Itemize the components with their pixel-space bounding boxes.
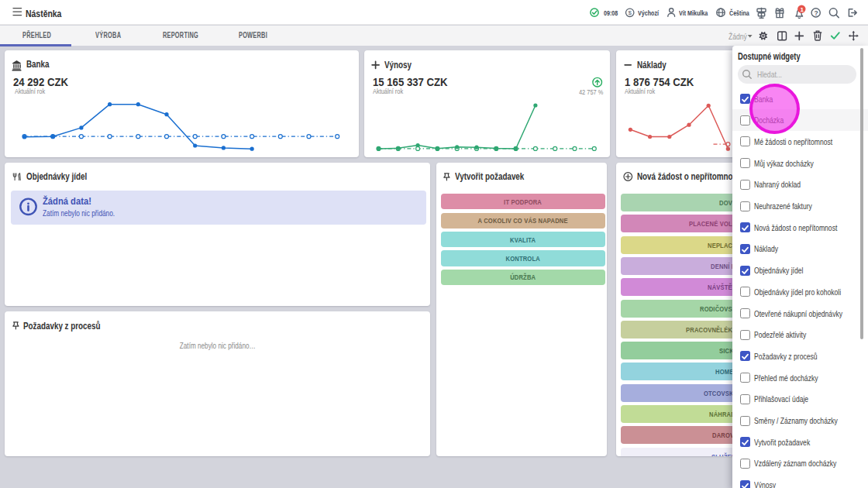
svg-text:$: $ [628,9,632,16]
svg-text:1: 1 [801,6,804,13]
svg-text:?: ? [814,9,818,17]
